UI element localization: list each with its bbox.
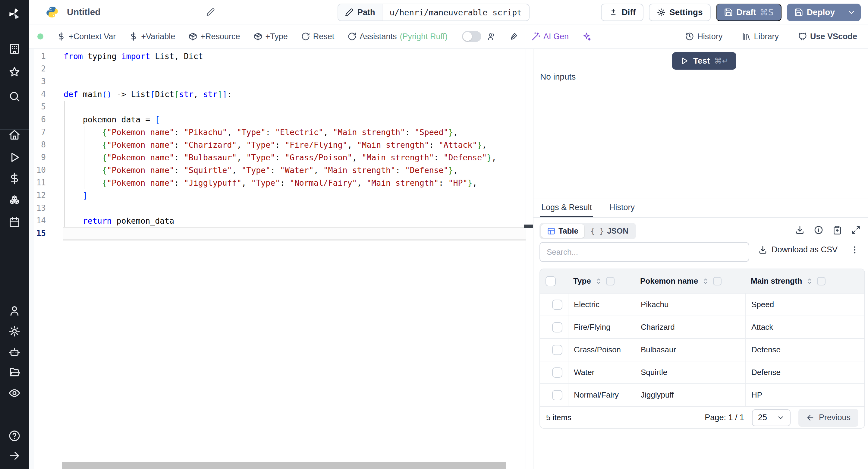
- column-toggle[interactable]: [817, 277, 826, 285]
- row-checkbox[interactable]: [552, 322, 562, 333]
- users-person-icon[interactable]: [8, 305, 21, 317]
- code-line[interactable]: 14 return pokemon_data: [29, 214, 526, 227]
- reset-button[interactable]: Reset: [301, 32, 335, 41]
- column-toggle[interactable]: [606, 277, 615, 285]
- help-icon[interactable]: [8, 430, 21, 442]
- tab-history[interactable]: History: [608, 199, 636, 217]
- arrow-left-icon: [806, 413, 815, 422]
- code-line[interactable]: 4def main() -> List[Dict[str, str]]:: [29, 88, 526, 100]
- audit-eye-icon[interactable]: [8, 387, 21, 399]
- ai-gen-button[interactable]: AI Gen: [531, 32, 569, 41]
- table-cell: Jigglypuff: [635, 384, 745, 406]
- history-button[interactable]: History: [685, 32, 722, 41]
- tab-logs-result[interactable]: Logs & Result: [540, 199, 593, 217]
- code-line[interactable]: 6 pokemon_data = [: [29, 113, 526, 126]
- add-variable-button[interactable]: +Variable: [129, 32, 175, 41]
- deploy-button[interactable]: Deploy: [787, 4, 842, 21]
- test-button[interactable]: Test ⌘↵: [672, 52, 736, 70]
- resources-boxes-icon[interactable]: [8, 194, 21, 207]
- workspace-icon[interactable]: [8, 43, 21, 55]
- panel-splitter[interactable]: [526, 49, 533, 469]
- info-icon[interactable]: [814, 225, 824, 235]
- table-row[interactable]: WaterSquirtleDefense: [540, 361, 864, 383]
- column-header-main-strength[interactable]: Main strength: [745, 276, 864, 286]
- code-line[interactable]: 15: [29, 227, 526, 240]
- multiplayer-toggle[interactable]: [462, 31, 481, 42]
- column-header-pokemon-name[interactable]: Pokemon name: [635, 276, 745, 286]
- schedules-calendar-icon[interactable]: [8, 216, 21, 228]
- table-row[interactable]: Fire/FlyingCharizardAttack: [540, 316, 864, 338]
- sparkles-icon[interactable]: [582, 32, 591, 41]
- more-options-kebab-icon[interactable]: [850, 245, 860, 256]
- windmill-logo-icon[interactable]: [7, 7, 22, 21]
- table-row[interactable]: ElectricPikachuSpeed: [540, 293, 864, 316]
- format-brush-icon[interactable]: [509, 32, 518, 41]
- expand-icon[interactable]: [851, 225, 861, 235]
- download-icon[interactable]: [795, 225, 805, 235]
- sort-icon[interactable]: [702, 277, 710, 285]
- favorites-star-icon[interactable]: [8, 66, 21, 78]
- row-checkbox[interactable]: [552, 345, 562, 355]
- add-resource-button[interactable]: +Resource: [188, 32, 240, 41]
- add-type-button[interactable]: +Type: [253, 32, 288, 41]
- view-json-button[interactable]: { } JSON: [584, 224, 634, 238]
- collapse-arrow-icon[interactable]: [8, 450, 21, 462]
- select-all-checkbox[interactable]: [546, 276, 556, 286]
- horizontal-scrollbar[interactable]: [62, 462, 506, 469]
- diff-button[interactable]: Diff: [601, 4, 644, 21]
- column-toggle[interactable]: [713, 277, 721, 285]
- workers-robot-icon[interactable]: [8, 346, 21, 358]
- library-button[interactable]: Library: [742, 32, 779, 41]
- download-csv-button[interactable]: Download as CSV: [758, 245, 838, 254]
- code-line[interactable]: 9 {"Pokemon name": "Bulbasaur", "Type": …: [29, 151, 526, 164]
- code-editor[interactable]: 1from typing import List, Dict234def mai…: [29, 49, 526, 469]
- test-shortcut: ⌘↵: [714, 56, 729, 65]
- search-input[interactable]: [539, 242, 749, 262]
- code-line[interactable]: 7 {"Pokemon name": "Pikachu", "Type": "E…: [29, 126, 526, 138]
- code-line[interactable]: 12 ]: [29, 189, 526, 201]
- code-line[interactable]: 10 {"Pokemon name": "Squirtle", "Type": …: [29, 164, 526, 176]
- code-text: def main() -> List[Dict[str, str]]:: [64, 90, 232, 99]
- edit-title-pencil-icon[interactable]: [206, 7, 215, 17]
- draft-button[interactable]: Draft ⌘S: [716, 4, 781, 21]
- use-vscode-button[interactable]: Use VScode: [798, 32, 857, 41]
- previous-page-button[interactable]: Previous: [798, 409, 858, 427]
- row-checkbox[interactable]: [552, 300, 562, 310]
- table-row[interactable]: Grass/PoisonBulbasaurDefense: [540, 338, 864, 361]
- variables-dollar-icon[interactable]: [8, 173, 21, 184]
- code-line[interactable]: 1from typing import List, Dict: [29, 50, 526, 62]
- code-line[interactable]: 11 {"Pokemon name": "Jigglypuff", "Type"…: [29, 176, 526, 189]
- folders-icon[interactable]: [8, 366, 21, 378]
- sort-icon[interactable]: [806, 277, 813, 285]
- search-icon[interactable]: [8, 90, 21, 102]
- settings-gear-icon[interactable]: [8, 325, 21, 337]
- splitter-drag-handle[interactable]: [524, 224, 534, 228]
- code-line[interactable]: 5: [29, 100, 526, 113]
- line-number: 10: [29, 165, 46, 175]
- add-context-var-button[interactable]: +Context Var: [57, 32, 116, 41]
- code-line[interactable]: 3: [29, 75, 526, 88]
- deploy-dropdown-button[interactable]: [842, 4, 861, 21]
- page-size-select[interactable]: 25: [752, 409, 790, 426]
- path-value[interactable]: u/henri/maneuverable_script: [382, 4, 529, 21]
- row-checkbox[interactable]: [552, 368, 562, 378]
- settings-button[interactable]: Settings: [649, 4, 710, 21]
- code-line[interactable]: 8 {"Pokemon name": "Charizard", "Type": …: [29, 138, 526, 151]
- result-table: Type Pokemon name Main strength: [539, 269, 865, 429]
- code-line[interactable]: 13: [29, 201, 526, 214]
- column-header-type[interactable]: Type: [568, 276, 635, 286]
- code-line[interactable]: 2: [29, 62, 526, 75]
- table-cell: Squirtle: [635, 362, 745, 383]
- table-cell: Normal/Fairy: [568, 384, 635, 406]
- runs-play-icon[interactable]: [8, 151, 21, 163]
- row-checkbox[interactable]: [552, 390, 562, 400]
- multiplayer-users-icon[interactable]: [487, 32, 496, 41]
- copy-clipboard-icon[interactable]: [832, 225, 842, 235]
- sort-icon[interactable]: [595, 277, 602, 285]
- home-icon[interactable]: [8, 129, 21, 141]
- assistants-button[interactable]: Assistants (Pyright Ruff): [347, 32, 447, 41]
- view-table-button[interactable]: Table: [541, 224, 584, 238]
- preview-panel: Test ⌘↵ No inputs Logs & Result History …: [533, 49, 868, 469]
- path-control[interactable]: Path u/henri/maneuverable_script: [338, 4, 530, 21]
- table-row[interactable]: Normal/FairyJigglypuffHP: [540, 383, 864, 406]
